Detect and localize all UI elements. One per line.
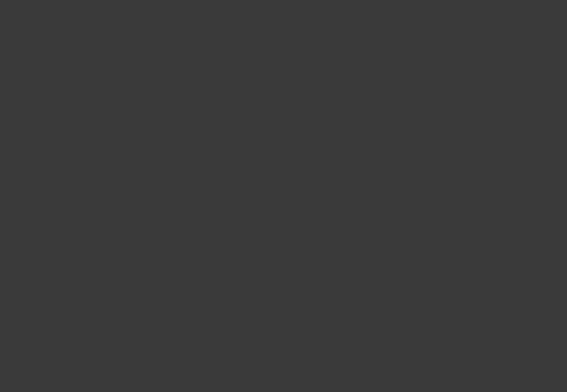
measurement-label-width <box>454 276 464 279</box>
viewport-3d[interactable] <box>0 0 567 392</box>
measurement-label-height <box>100 179 110 181</box>
measurement-label-length <box>273 129 283 132</box>
scene-canvas <box>0 0 567 392</box>
